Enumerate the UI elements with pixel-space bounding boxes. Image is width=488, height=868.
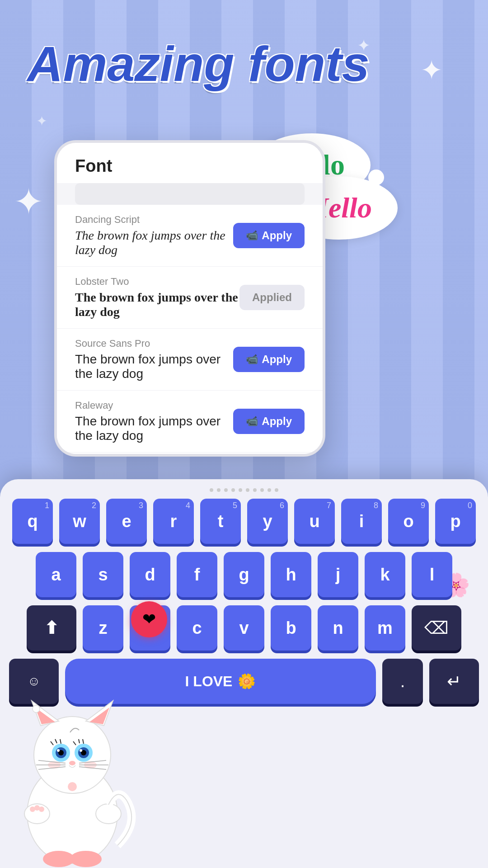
key-l[interactable]: l (412, 552, 452, 597)
key-k[interactable]: k (365, 552, 405, 597)
apply-label-dancing: Apply (262, 229, 292, 242)
key-row-2: a s d f g h j k l (9, 552, 479, 597)
key-u[interactable]: 7u (294, 499, 335, 544)
svg-point-21 (69, 761, 75, 765)
key-f[interactable]: f (177, 552, 217, 597)
key-num-4: 4 (186, 501, 190, 510)
applied-label-lobster: Applied (252, 291, 292, 303)
keyboard-dots (0, 488, 488, 492)
svg-point-1 (34, 717, 111, 793)
enter-button[interactable]: ↵ (429, 659, 479, 704)
key-g[interactable]: g (224, 552, 264, 597)
key-j[interactable]: j (318, 552, 358, 597)
heart-icon: ❤ (142, 610, 156, 629)
space-label: I LOVE (185, 673, 233, 690)
dot-2 (217, 488, 221, 492)
svg-point-14 (80, 749, 82, 752)
key-num-2: 2 (92, 501, 96, 510)
svg-point-10 (57, 749, 60, 752)
key-o[interactable]: 9o (388, 499, 429, 544)
dot-9 (267, 488, 271, 492)
keyboard-area: 🌸 1q 2w 3e 4r 5t 6y 7u 8i 9o 0p a s d f … (0, 479, 488, 868)
font-item-content-dancing: Dancing Script The brown fox jumps over … (75, 214, 233, 257)
svg-point-6 (33, 705, 40, 712)
key-a[interactable]: a (36, 552, 76, 597)
key-s[interactable]: s (83, 552, 123, 597)
font-name-dancing: Dancing Script (75, 214, 233, 226)
font-item-source-sans: Source Sans Pro The brown fox jumps over… (57, 329, 323, 391)
key-c[interactable]: c (177, 605, 217, 651)
key-m[interactable]: m (365, 605, 405, 651)
font-preview-lobster: The brown fox jumps over the lazy dog (75, 290, 239, 319)
font-header: Font (57, 143, 323, 183)
dot-1 (210, 488, 213, 492)
sparkle-tiny-icon: ✦ (36, 113, 47, 129)
font-name-source-sans: Source Sans Pro (75, 338, 233, 349)
font-title: Font (75, 156, 305, 176)
key-b[interactable]: b (271, 605, 311, 651)
dot-10 (275, 488, 278, 492)
dot-3 (224, 488, 228, 492)
key-v[interactable]: v (224, 605, 264, 651)
font-name-lobster: Lobster Two (75, 276, 239, 288)
key-num-3: 3 (139, 501, 143, 510)
key-num-5: 5 (233, 501, 237, 510)
svg-point-33 (39, 807, 44, 812)
svg-point-36 (70, 851, 102, 867)
key-q[interactable]: 1q (12, 499, 53, 544)
key-p[interactable]: 0p (435, 499, 476, 544)
camera-icon-raleway: 📹 (246, 415, 258, 427)
sparkle-left-icon: ✦ (14, 181, 44, 223)
space-emoji-icon: 🌼 (238, 673, 256, 690)
font-item-content-source-sans: Source Sans Pro The brown fox jumps over… (75, 338, 233, 381)
key-i[interactable]: 8i (341, 499, 382, 544)
font-name-raleway: Raleway (75, 400, 233, 411)
key-r[interactable]: 4r (153, 499, 194, 544)
page-title: Amazing fonts (27, 36, 461, 91)
key-d[interactable]: d (130, 552, 170, 597)
key-num-8: 8 (374, 501, 378, 510)
dot-4 (231, 488, 235, 492)
dot-6 (246, 488, 249, 492)
dot-5 (239, 488, 242, 492)
key-num-9: 9 (421, 501, 425, 510)
phone-mockup: Font Dancing Script The brown fox jumps … (54, 140, 325, 457)
svg-point-35 (43, 851, 75, 867)
font-item-lobster: Lobster Two The brown fox jumps over the… (57, 267, 323, 329)
backspace-button[interactable]: ⌫ (412, 605, 461, 651)
font-item-arvo: Arvo The brown fox jumps over the lazy d… (57, 453, 323, 457)
dot-7 (253, 488, 257, 492)
key-num-7: 7 (327, 501, 331, 510)
apply-label-source-sans: Apply (262, 353, 292, 366)
key-num-6: 6 (280, 501, 284, 510)
font-item-content-lobster: Lobster Two The brown fox jumps over the… (75, 276, 239, 319)
cat-svg (0, 642, 145, 868)
apply-button-raleway[interactable]: 📹 Apply (233, 409, 305, 434)
key-h[interactable]: h (271, 552, 311, 597)
apply-label-raleway: Apply (262, 415, 292, 428)
key-y[interactable]: 6y (247, 499, 288, 544)
font-preview-dancing: The brown fox jumps over the lazy dog (75, 228, 233, 257)
font-list: Dancing Script The brown fox jumps over … (57, 205, 323, 457)
key-num-0: 0 (468, 501, 472, 510)
apply-button-dancing[interactable]: 📹 Apply (233, 223, 305, 248)
key-num-1: 1 (45, 501, 49, 510)
key-row-1: 1q 2w 3e 4r 5t 6y 7u 8i 9o 0p (9, 499, 479, 544)
font-item-content-raleway: Raleway The brown fox jumps over the laz… (75, 400, 233, 443)
key-n[interactable]: n (318, 605, 358, 651)
search-bar[interactable] (75, 183, 305, 205)
camera-icon-dancing: 📹 (246, 230, 258, 241)
key-w[interactable]: 2w (59, 499, 100, 544)
font-preview-source-sans: The brown fox jumps over the lazy dog (75, 352, 233, 381)
heart-bubble: ❤ (131, 601, 167, 637)
applied-button-lobster[interactable]: Applied (239, 285, 305, 310)
apply-button-source-sans[interactable]: 📹 Apply (233, 347, 305, 372)
font-item-raleway: Raleway The brown fox jumps over the laz… (57, 391, 323, 453)
cat-illustration (0, 642, 145, 868)
camera-icon-source-sans: 📹 (246, 354, 258, 365)
key-e[interactable]: 3e (106, 499, 147, 544)
font-preview-raleway: The brown fox jumps over the lazy dog (75, 414, 233, 443)
dot-8 (260, 488, 264, 492)
period-button[interactable]: . (382, 659, 423, 704)
key-t[interactable]: 5t (200, 499, 241, 544)
